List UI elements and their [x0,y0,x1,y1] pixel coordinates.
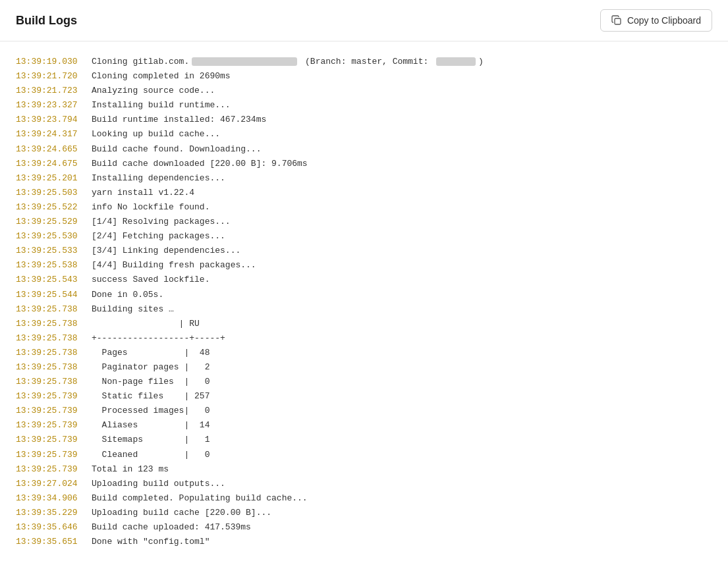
log-timestamp: 13:39:25.738 [16,331,92,346]
log-timestamp: 13:39:25.738 [16,317,92,331]
log-message: Uploading build cache [220.00 B]... [92,506,271,520]
log-timestamp: 13:39:25.738 [16,360,92,375]
log-line: 13:39:24.675Build cache downloaded [220.… [16,157,712,171]
log-timestamp: 13:39:24.675 [16,157,92,171]
log-line: 13:39:25.201Installing dependencies... [16,171,712,186]
log-message: [4/4] Building fresh packages... [92,258,256,273]
log-line: 13:39:19.030Cloning gitlab.com. (Branch:… [16,55,712,69]
copy-icon [611,15,622,26]
log-message: Total in 123 ms [92,462,169,477]
log-timestamp: 13:39:25.533 [16,244,92,258]
log-line: 13:39:34.906Build completed. Populating … [16,491,712,506]
log-line: 13:39:35.229Uploading build cache [220.0… [16,506,712,520]
header: Build Logs Copy to Clipboard [0,0,728,41]
log-timestamp: 13:39:25.739 [16,433,92,447]
log-message: Aliases | 14 [92,418,210,433]
log-timestamp: 13:39:25.739 [16,462,92,477]
log-line: 13:39:25.739 Processed images| 0 [16,404,712,418]
log-timestamp: 13:39:19.030 [16,55,92,69]
log-timestamp: 13:39:27.024 [16,477,92,491]
log-message: Pages | 48 [92,346,210,360]
log-line: 13:39:21.723Analyzing source code... [16,84,712,98]
log-line: 13:39:25.738 Non-page files | 0 [16,375,712,389]
log-line: 13:39:25.503yarn install v1.22.4 [16,186,712,200]
copy-button-label: Copy to Clipboard [627,15,701,26]
log-timestamp: 13:39:25.530 [16,229,92,244]
log-message: [1/4] Resolving packages... [92,215,231,229]
log-timestamp: 13:39:25.739 [16,448,92,462]
log-line: 13:39:25.544Done in 0.05s. [16,288,712,302]
log-timestamp: 13:39:25.739 [16,418,92,433]
log-timestamp: 13:39:25.544 [16,288,92,302]
log-line: 13:39:25.543success Saved lockfile. [16,273,712,287]
log-message: Build cache uploaded: 417.539ms [92,520,251,535]
log-line: 13:39:35.646Build cache uploaded: 417.53… [16,520,712,535]
log-line: 13:39:25.738 Paginator pages | 2 [16,360,712,375]
log-line: 13:39:25.530[2/4] Fetching packages... [16,229,712,244]
log-message: Done in 0.05s. [92,288,163,302]
log-line: 13:39:25.738Building sites … [16,302,712,317]
log-message: [2/4] Fetching packages... [92,229,225,244]
log-message: Looking up build cache... [92,127,220,142]
log-message: Uploading build outputs... [92,477,225,491]
log-line: 13:39:25.739 Cleaned | 0 [16,448,712,462]
log-timestamp: 13:39:25.503 [16,186,92,200]
log-message: Installing dependencies... [92,171,225,186]
log-message: success Saved lockfile. [92,273,210,287]
log-line: 13:39:25.533[3/4] Linking dependencies..… [16,244,712,258]
log-line: 13:39:24.317Looking up build cache... [16,127,712,142]
log-message: Processed images| 0 [92,404,210,418]
log-timestamp: 13:39:21.720 [16,69,92,84]
log-line: 13:39:23.794Build runtime installed: 467… [16,113,712,127]
log-timestamp: 13:39:25.538 [16,258,92,273]
log-line: 13:39:25.738 | RU [16,317,712,331]
log-message: | RU [92,317,200,331]
log-message: Build runtime installed: 467.234ms [92,113,266,127]
log-line: 13:39:35.651Done with "config.toml" [16,535,712,549]
log-message: Build cache found. Downloading... [92,142,261,157]
log-timestamp: 13:39:25.739 [16,389,92,404]
log-message: Build cache downloaded [220.00 B]: 9.706… [92,157,308,171]
log-timestamp: 13:39:23.327 [16,98,92,113]
log-line: 13:39:25.738+------------------+-----+ [16,331,712,346]
log-timestamp: 13:39:24.665 [16,142,92,157]
log-line: 13:39:24.665Build cache found. Downloadi… [16,142,712,157]
log-timestamp: 13:39:25.738 [16,375,92,389]
log-line: 13:39:23.327Installing build runtime... [16,98,712,113]
log-line: 13:39:25.522info No lockfile found. [16,200,712,215]
log-message: Building sites … [92,302,174,317]
log-message: Cleaned | 0 [92,448,210,462]
log-message: Installing build runtime... [92,98,231,113]
log-message: Analyzing source code... [92,84,215,98]
log-timestamp: 13:39:21.723 [16,84,92,98]
log-message: Cloning completed in 2690ms [92,69,231,84]
copy-to-clipboard-button[interactable]: Copy to Clipboard [600,9,712,32]
log-timestamp: 13:39:23.794 [16,113,92,127]
log-container: 13:39:19.030Cloning gitlab.com. (Branch:… [0,41,728,562]
log-line: 13:39:25.739Total in 123 ms [16,462,712,477]
log-message: Build completed. Populating build cache.… [92,491,308,506]
log-timestamp: 13:39:25.201 [16,171,92,186]
svg-rect-0 [615,18,621,24]
page-title: Build Logs [16,14,77,28]
log-message: Sitemaps | 1 [92,433,210,447]
log-line: 13:39:25.529[1/4] Resolving packages... [16,215,712,229]
log-line: 13:39:25.538[4/4] Building fresh package… [16,258,712,273]
log-timestamp: 13:39:25.543 [16,273,92,287]
log-line: 13:39:21.720Cloning completed in 2690ms [16,69,712,84]
log-timestamp: 13:39:34.906 [16,491,92,506]
log-message: yarn install v1.22.4 [92,186,194,200]
log-timestamp: 13:39:25.522 [16,200,92,215]
log-timestamp: 13:39:25.738 [16,302,92,317]
log-message: Done with "config.toml" [92,535,210,549]
log-timestamp: 13:39:35.229 [16,506,92,520]
log-message: info No lockfile found. [92,200,210,215]
log-message: Cloning gitlab.com. (Branch: master, Com… [92,55,484,69]
redacted-commit [436,57,476,66]
log-line: 13:39:25.738 Pages | 48 [16,346,712,360]
log-message: [3/4] Linking dependencies... [92,244,240,258]
log-timestamp: 13:39:25.739 [16,404,92,418]
log-line: 13:39:25.739 Aliases | 14 [16,418,712,433]
redacted-url [192,57,297,66]
log-message: Non-page files | 0 [92,375,210,389]
